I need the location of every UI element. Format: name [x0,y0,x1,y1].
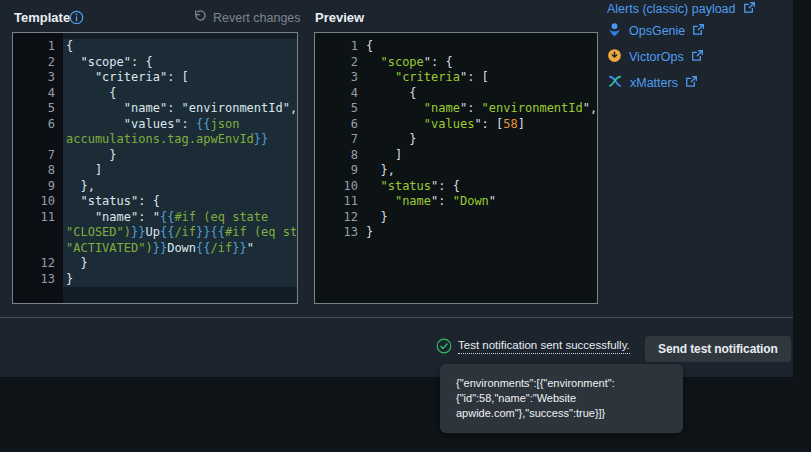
opsgenie-icon [607,22,622,40]
code-line: 1{ [315,39,597,55]
code-line: 5 "name": "environmentId", [13,101,297,117]
code-line: 8 ] [315,148,597,164]
code-line: 10 "status": { [315,179,597,195]
code-line: 11 "name": "Down" [315,194,597,210]
link-opsgenie[interactable]: OpsGenie [607,22,705,39]
link-opsgenie-label: OpsGenie [629,24,685,38]
code-line: 7 } [13,148,297,164]
footer-divider [0,317,793,318]
link-alerts-classic-payload[interactable]: Alerts (classic) payload [607,0,756,17]
code-line: 12 } [315,210,597,226]
link-victorops-label: VictorOps [629,50,684,64]
external-link-icon [692,23,705,39]
code-line: 9 }, [13,179,297,195]
code-line: 3 "criteria": [ [315,70,597,86]
tooltip-line: apwide.com"},"success":true}]} [456,406,667,421]
preview-code-viewer: 1{2 "scope": {3 "criteria": [4 {5 "name"… [314,32,598,304]
code-line: 9 }, [315,163,597,179]
template-code-editor[interactable]: 1{2 "scope": {3 "criteria": [4 {5 "name"… [12,32,298,304]
info-icon[interactable] [69,10,84,25]
template-code-lines: 1{2 "scope": {3 "criteria": [4 {5 "name"… [13,33,297,287]
code-line: "CLOSED")}}Up{{/if}}{{#if (eq state [13,225,297,241]
code-line: accumulations.tag.apwEnvId}} [13,132,297,148]
preview-section-title: Preview [315,10,364,25]
code-line: 12 } [13,256,297,272]
code-line: 3 "criteria": [ [13,70,297,86]
external-link-icon [743,1,756,17]
link-xmatters-label: xMatters [630,76,678,90]
code-line: 6 "values": {{json [13,117,297,133]
code-line: "ACTIVATED")}}Down{{/if}}" [13,241,297,257]
link-xmatters[interactable]: xMatters [607,74,698,91]
code-line: 2 "scope": { [13,55,297,71]
external-link-icon [691,49,704,65]
code-line: 4 { [315,86,597,102]
external-link-icon [685,75,698,91]
code-line: 7 } [315,132,597,148]
code-line: 10 "status": { [13,194,297,210]
revert-changes-button[interactable]: Revert changes [193,9,301,26]
tooltip-line: {"environments":[{"environment": [456,376,667,391]
notification-settings-panel: Template Revert changes Preview 1{2 "sco… [0,0,793,377]
revert-icon [193,9,207,26]
template-section-title: Template [14,10,70,25]
code-line: 8 ] [13,163,297,179]
code-line: 13} [315,225,597,241]
test-notification-status-message[interactable]: Test notification sent successfully. [458,339,630,354]
victorops-icon [607,48,622,66]
code-line: 5 "name": "environmentId", [315,101,597,117]
success-check-icon [436,338,452,354]
preview-code-lines: 1{2 "scope": {3 "criteria": [4 {5 "name"… [315,33,597,241]
link-victorops[interactable]: VictorOps [607,48,704,65]
xmatters-icon [607,74,623,92]
code-line: 13} [13,272,297,288]
code-line: 6 "values": [58] [315,117,597,133]
code-line: 11 "name": "{{#if (eq state [13,210,297,226]
test-response-tooltip: {"environments":[{"environment": {"id":5… [440,364,683,433]
code-line: 4 { [13,86,297,102]
code-line: 1{ [13,39,297,55]
code-line: 2 "scope": { [315,55,597,71]
link-alerts-classic-payload-label: Alerts (classic) payload [607,2,736,16]
send-test-notification-button[interactable]: Send test notification [645,336,791,362]
revert-changes-label: Revert changes [213,11,301,25]
tooltip-line: {"id":58,"name":"Website [456,391,667,406]
